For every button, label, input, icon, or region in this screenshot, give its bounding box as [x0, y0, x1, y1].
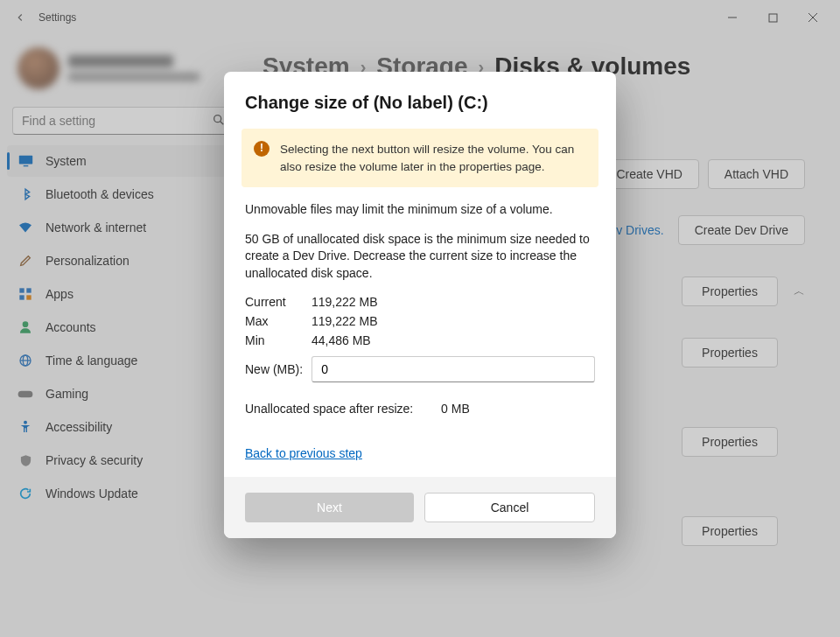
- back-link[interactable]: Back to previous step: [245, 446, 362, 460]
- warning-text: Selecting the next button will resize th…: [280, 141, 586, 175]
- new-size-label: New (MB):: [245, 362, 303, 376]
- new-size-input[interactable]: [312, 356, 595, 382]
- cancel-button[interactable]: Cancel: [424, 493, 595, 522]
- size-table: Current119,222 MB Max119,222 MB Min44,48…: [245, 295, 595, 347]
- resize-dialog: Change size of (No label) (C:) ! Selecti…: [224, 72, 616, 538]
- unallocated-row: Unallocated space after resize: 0 MB: [245, 402, 595, 416]
- dialog-note: 50 GB of unallocated disk space is the m…: [245, 231, 595, 283]
- warning-icon: !: [254, 141, 270, 157]
- dialog-note: Unmovable files may limit the minimum si…: [245, 201, 595, 219]
- warning-banner: ! Selecting the next button will resize …: [242, 129, 598, 187]
- dialog-title: Change size of (No label) (C:): [224, 72, 616, 125]
- dialog-footer: Next Cancel: [224, 477, 616, 538]
- next-button[interactable]: Next: [245, 493, 414, 522]
